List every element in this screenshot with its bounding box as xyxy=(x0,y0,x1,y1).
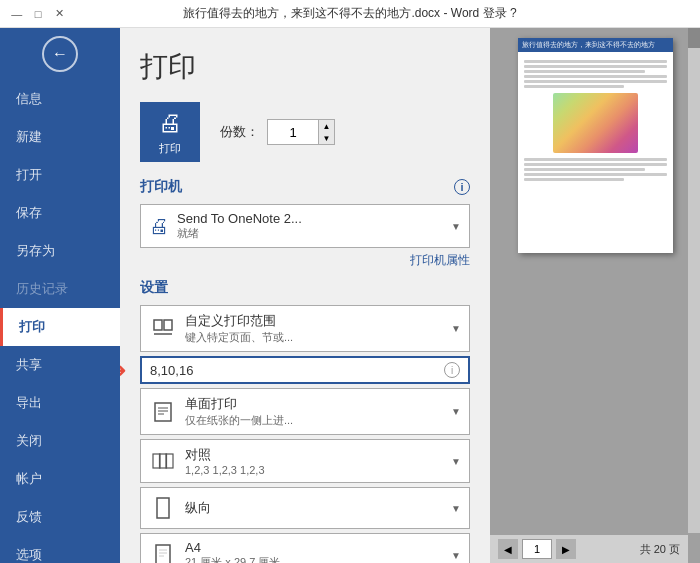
printer-select[interactable]: 🖨 Send To OneNote 2... 就绪 ▼ xyxy=(140,204,470,248)
orientation-arrow: ▼ xyxy=(451,503,461,514)
printer-dropdown-arrow: ▼ xyxy=(451,221,461,232)
sidebar-item-options[interactable]: 选项 xyxy=(0,536,120,563)
content-area: 打印 🖨 打印 份数： ▲ ▼ xyxy=(120,28,700,563)
print-panel: 打印 🖨 打印 份数： ▲ ▼ xyxy=(120,28,490,563)
doc-image xyxy=(553,93,638,153)
back-button[interactable]: ← xyxy=(42,36,78,72)
printer-status: 就绪 xyxy=(177,226,451,241)
doc-line xyxy=(524,85,624,88)
prev-page-button[interactable]: ◀ xyxy=(498,539,518,559)
page-total: 共 20 页 xyxy=(640,542,680,557)
svg-rect-1 xyxy=(164,320,172,330)
copies-input-wrap: ▲ ▼ xyxy=(267,119,335,145)
close-button[interactable]: ✕ xyxy=(51,5,68,23)
window-title: 旅行值得去的地方，来到这不得不去的地方.docx - Word 登录 ? xyxy=(68,5,632,22)
collate-arrow: ▼ xyxy=(451,456,461,467)
svg-rect-10 xyxy=(157,498,169,518)
doc-line xyxy=(524,163,667,166)
svg-rect-11 xyxy=(156,545,170,563)
sidebar-item-save[interactable]: 保存 xyxy=(0,194,120,232)
print-side-text: 单面打印 仅在纸张的一侧上进... xyxy=(185,395,451,428)
doc-content xyxy=(518,56,673,187)
copies-input[interactable] xyxy=(268,120,318,144)
sidebar-item-share[interactable]: 共享 xyxy=(0,346,120,384)
pages-input[interactable] xyxy=(150,363,444,378)
sidebar-item-account[interactable]: 帐户 xyxy=(0,460,120,498)
settings-section: 设置 自定义打印范围 键入特定页面、节或... xyxy=(140,279,470,563)
sidebar-item-export[interactable]: 导出 xyxy=(0,384,120,422)
doc-line xyxy=(524,173,667,176)
copies-area: 份数： ▲ ▼ xyxy=(220,119,335,145)
printer-info-icon[interactable]: i xyxy=(454,179,470,195)
printer-section-header: 打印机 i xyxy=(140,178,470,196)
settings-section-header: 设置 xyxy=(140,279,470,297)
sidebar-item-new[interactable]: 新建 xyxy=(0,118,120,156)
printer-device-icon: 🖨 xyxy=(149,215,169,238)
collate-text: 对照 1,2,3 1,2,3 1,2,3 xyxy=(185,446,451,476)
orientation-text: 纵向 xyxy=(185,499,451,517)
printer-info: Send To OneNote 2... 就绪 xyxy=(177,211,451,241)
paper-size-icon xyxy=(149,541,177,563)
preview-scrollbar[interactable] xyxy=(688,28,700,533)
copies-down-button[interactable]: ▼ xyxy=(318,132,334,144)
sidebar-item-close[interactable]: 关闭 xyxy=(0,422,120,460)
doc-line xyxy=(524,168,646,171)
copies-spinners: ▲ ▼ xyxy=(318,120,334,144)
orientation-row[interactable]: 纵向 ▼ xyxy=(140,487,470,529)
print-button[interactable]: 🖨 打印 xyxy=(140,102,200,162)
svg-rect-3 xyxy=(155,403,171,421)
range-setting-row[interactable]: 自定义打印范围 键入特定页面、节或... ▼ xyxy=(140,305,470,352)
pages-row: i xyxy=(140,356,470,384)
pages-info-icon[interactable]: i xyxy=(444,362,460,378)
collate-row[interactable]: 对照 1,2,3 1,2,3 1,2,3 ▼ xyxy=(140,439,470,483)
maximize-button[interactable]: □ xyxy=(29,5,46,23)
sidebar-item-print[interactable]: 打印 xyxy=(0,308,120,346)
print-side-row[interactable]: 单面打印 仅在纸张的一侧上进... ▼ xyxy=(140,388,470,435)
page-number-input[interactable] xyxy=(522,539,552,559)
sidebar: ← 信息 新建 打开 保存 另存为 历史记录 打印 共享 导出 关闭 xyxy=(0,28,120,563)
sidebar-item-open[interactable]: 打开 xyxy=(0,156,120,194)
doc-line xyxy=(524,158,667,161)
orientation-icon xyxy=(149,494,177,522)
doc-header-bar: 旅行值得去的地方，来到这不得不去的地方 xyxy=(518,38,673,52)
range-dropdown-arrow: ▼ xyxy=(451,323,461,334)
print-side-icon xyxy=(149,398,177,426)
sidebar-item-history[interactable]: 历史记录 xyxy=(0,270,120,308)
copies-up-button[interactable]: ▲ xyxy=(318,120,334,132)
doc-line xyxy=(524,80,667,83)
printer-name: Send To OneNote 2... xyxy=(177,211,451,226)
copies-label: 份数： xyxy=(220,123,259,141)
preview-bottom: ◀ ▶ 共 20 页 xyxy=(490,535,688,563)
preview-area: 旅行值得去的地方，来到这不得不去的地方 xyxy=(490,28,700,563)
paper-size-arrow: ▼ xyxy=(451,550,461,561)
paper-size-row[interactable]: A4 21 厘米 x 29.7 厘米 ▼ xyxy=(140,533,470,563)
minimize-button[interactable]: — xyxy=(8,5,25,23)
sidebar-item-saveas[interactable]: 另存为 xyxy=(0,232,120,270)
printer-icon: 🖨 xyxy=(158,109,182,137)
range-setting-text: 自定义打印范围 键入特定页面、节或... xyxy=(185,312,451,345)
sidebar-item-info[interactable]: 信息 xyxy=(0,80,120,118)
print-panel-title: 打印 xyxy=(140,48,470,86)
printer-properties-link[interactable]: 打印机属性 xyxy=(140,252,470,269)
range-icon xyxy=(149,315,177,343)
preview-scroll-thumb xyxy=(688,28,700,48)
paper-size-text: A4 21 厘米 x 29.7 厘米 xyxy=(185,540,451,563)
doc-line xyxy=(524,60,667,63)
next-page-button[interactable]: ▶ xyxy=(556,539,576,559)
doc-line xyxy=(524,75,667,78)
preview-nav: ◀ ▶ xyxy=(498,539,576,559)
title-bar: — □ ✕ 旅行值得去的地方，来到这不得不去的地方.docx - Word 登录… xyxy=(0,0,700,28)
doc-line xyxy=(524,65,667,68)
printer-section: 打印机 i 🖨 Send To OneNote 2... 就绪 ▼ 打印机属性 xyxy=(140,178,470,269)
sidebar-bottom: 帐户 反馈 选项 xyxy=(0,460,120,563)
main-container: ← 信息 新建 打开 保存 另存为 历史记录 打印 共享 导出 关闭 xyxy=(0,28,700,563)
doc-line xyxy=(524,178,624,181)
sidebar-top: ← xyxy=(0,28,120,80)
print-side-arrow: ▼ xyxy=(451,406,461,417)
sidebar-item-feedback[interactable]: 反馈 xyxy=(0,498,120,536)
arrow-indicator: ➜ xyxy=(120,358,127,382)
pages-row-wrapper: ➜ i xyxy=(140,356,470,384)
preview-page: 旅行值得去的地方，来到这不得不去的地方 xyxy=(518,38,673,253)
collate-icon xyxy=(149,447,177,475)
svg-rect-0 xyxy=(154,320,162,330)
